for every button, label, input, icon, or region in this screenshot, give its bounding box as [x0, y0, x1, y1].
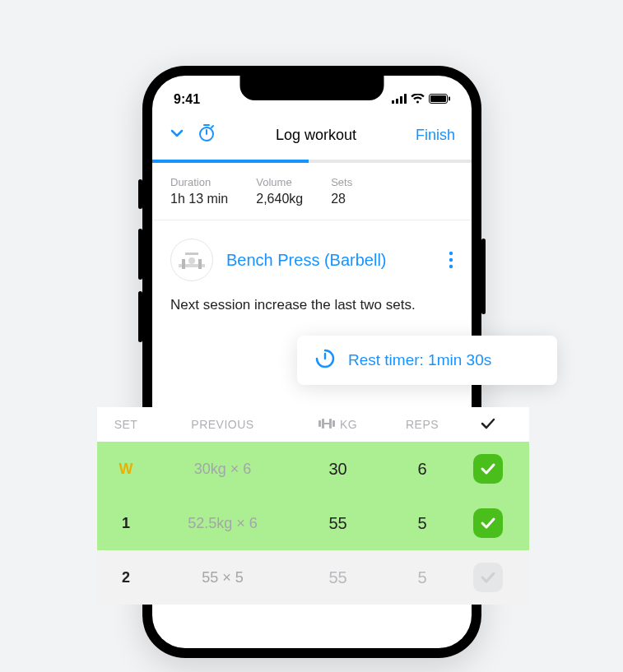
- col-reps: REPS: [385, 418, 459, 431]
- col-set: SET: [97, 418, 155, 431]
- rest-timer-text: Rest timer: 1min 30s: [348, 351, 491, 369]
- svg-point-17: [449, 258, 453, 262]
- sets-table: SET PREVIOUS KG REPS W30kg × 6306152.5kg…: [97, 407, 529, 605]
- wifi-icon: [411, 92, 425, 107]
- svg-rect-13: [198, 259, 202, 269]
- chevron-down-icon[interactable]: [169, 125, 185, 145]
- kg-input[interactable]: 55: [291, 568, 385, 587]
- svg-line-10: [212, 126, 213, 127]
- table-row: 255 × 5555: [97, 550, 529, 605]
- timer-icon[interactable]: [197, 123, 216, 146]
- table-header: SET PREVIOUS KG REPS: [97, 407, 529, 442]
- dumbbell-icon: [318, 418, 335, 431]
- status-time: 9:41: [174, 92, 200, 107]
- col-kg: KG: [291, 418, 385, 431]
- stat-volume: Volume 2,640kg: [256, 176, 303, 206]
- reps-input[interactable]: 5: [385, 568, 459, 587]
- done-checkbox[interactable]: [473, 563, 503, 592]
- volume-down[interactable]: [138, 291, 142, 342]
- svg-rect-6: [449, 97, 450, 101]
- power-button[interactable]: [481, 239, 486, 314]
- stats-row: Duration 1h 13 min Volume 2,640kg Sets 2…: [152, 163, 472, 220]
- set-number: 1: [97, 515, 155, 532]
- svg-point-16: [449, 252, 453, 255]
- kg-input[interactable]: 55: [291, 514, 385, 533]
- svg-rect-15: [185, 253, 198, 255]
- stat-sets: Sets 28: [331, 176, 352, 206]
- svg-rect-3: [404, 94, 407, 104]
- svg-rect-1: [396, 99, 398, 104]
- table-row: 152.5kg × 6555: [97, 496, 529, 550]
- svg-rect-12: [182, 259, 185, 269]
- stat-duration: Duration 1h 13 min: [170, 176, 228, 206]
- stopwatch-icon: [314, 347, 337, 373]
- page-title: Log workout: [276, 127, 356, 144]
- set-number: W: [97, 461, 155, 478]
- stat-value: 1h 13 min: [170, 192, 228, 206]
- stat-label: Duration: [170, 176, 228, 188]
- table-row: W30kg × 6306: [97, 442, 529, 496]
- previous-value: 55 × 5: [155, 569, 291, 586]
- svg-point-18: [449, 265, 453, 268]
- mute-switch[interactable]: [138, 179, 142, 209]
- exercise-note: Next session increase the last two sets.: [170, 294, 453, 316]
- svg-rect-24: [332, 420, 335, 427]
- svg-rect-21: [322, 419, 324, 429]
- exercise-thumbnail[interactable]: [170, 239, 213, 281]
- rest-timer-popover[interactable]: Rest timer: 1min 30s: [297, 336, 557, 385]
- svg-rect-5: [430, 95, 446, 102]
- volume-up[interactable]: [138, 229, 142, 280]
- svg-point-14: [188, 257, 195, 264]
- cellular-icon: [392, 92, 407, 107]
- svg-rect-23: [329, 419, 332, 429]
- stat-value: 28: [331, 192, 352, 206]
- previous-value: 52.5kg × 6: [155, 515, 291, 532]
- svg-rect-20: [318, 420, 321, 427]
- battery-icon: [429, 92, 450, 107]
- done-checkbox[interactable]: [473, 454, 503, 484]
- col-previous: PREVIOUS: [155, 418, 291, 431]
- set-number: 2: [97, 569, 155, 586]
- kg-input[interactable]: 30: [291, 460, 385, 479]
- stat-value: 2,640kg: [256, 192, 303, 206]
- exercise-card: Bench Press (Barbell) Next session incre…: [152, 220, 472, 316]
- reps-input[interactable]: 5: [385, 514, 459, 533]
- col-done: [459, 418, 517, 432]
- exercise-name[interactable]: Bench Press (Barbell): [226, 251, 435, 270]
- svg-rect-2: [400, 96, 402, 104]
- previous-value: 30kg × 6: [155, 461, 291, 478]
- notch: [240, 76, 384, 100]
- status-icons: [392, 92, 450, 107]
- done-checkbox[interactable]: [473, 508, 503, 538]
- stat-label: Volume: [256, 176, 303, 188]
- stat-label: Sets: [331, 176, 352, 188]
- header: Log workout Finish: [152, 112, 472, 160]
- reps-input[interactable]: 6: [385, 460, 459, 479]
- svg-rect-0: [392, 100, 394, 104]
- svg-rect-22: [324, 423, 329, 424]
- finish-button[interactable]: Finish: [416, 127, 455, 144]
- more-options-button[interactable]: [449, 250, 453, 270]
